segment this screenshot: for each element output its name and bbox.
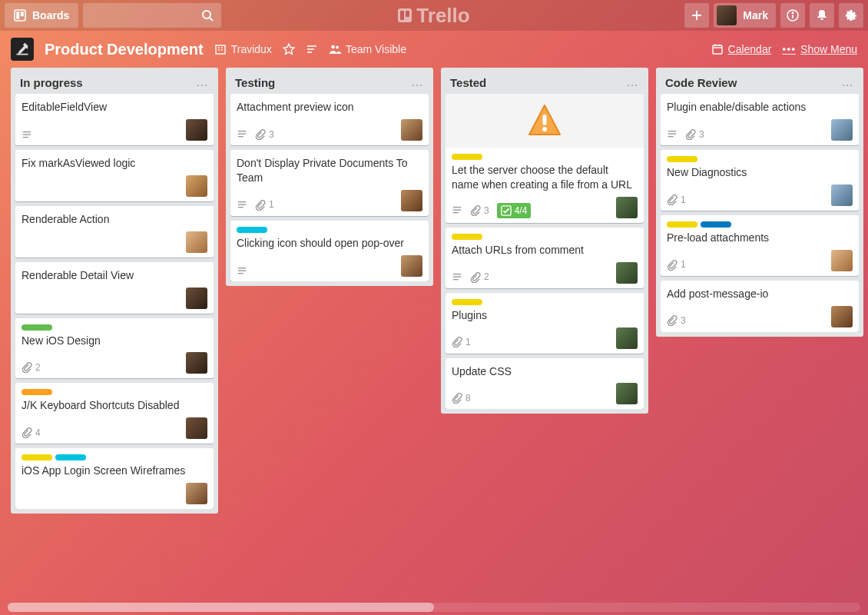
card[interactable]: Renderable Detail View xyxy=(15,262,214,314)
card[interactable]: Fix markAsViewed logic xyxy=(15,150,214,201)
attachment-icon xyxy=(22,427,32,438)
user-menu-button[interactable]: Mark xyxy=(714,3,776,28)
label[interactable] xyxy=(452,234,482,240)
svg-rect-10 xyxy=(216,45,225,54)
member-avatar[interactable] xyxy=(186,231,207,253)
svg-point-9 xyxy=(792,12,793,14)
list-title[interactable]: Tested xyxy=(450,76,626,89)
card[interactable]: Attachment preview icon3 xyxy=(230,94,429,145)
card[interactable]: Attach URLs from comment2 xyxy=(446,228,644,288)
settings-button[interactable] xyxy=(839,3,863,28)
attachment-badge: 1 xyxy=(255,198,274,211)
member-avatar[interactable] xyxy=(616,327,638,349)
warning-icon xyxy=(526,102,563,139)
label[interactable] xyxy=(22,454,52,460)
horizontal-scrollbar[interactable] xyxy=(8,603,860,612)
label[interactable] xyxy=(452,299,482,305)
member-avatar[interactable] xyxy=(186,483,207,504)
member-avatar[interactable] xyxy=(831,250,853,271)
list-menu-button[interactable]: … xyxy=(196,75,209,89)
description-badge xyxy=(237,129,247,140)
label[interactable] xyxy=(701,221,731,228)
attachment-badge: 1 xyxy=(667,258,686,271)
list-menu-button[interactable]: … xyxy=(841,75,854,89)
create-button[interactable] xyxy=(684,3,709,28)
card-badges: 2 xyxy=(22,361,41,374)
list[interactable]: Testing … Attachment preview icon3Don't … xyxy=(226,68,433,286)
top-bar: Boards Mark xyxy=(0,0,868,31)
list-title[interactable]: Code Review xyxy=(665,76,841,89)
card[interactable]: Pre-load attachments1 xyxy=(661,215,859,276)
info-button[interactable] xyxy=(780,3,805,28)
card[interactable]: Renderable Action xyxy=(15,206,214,258)
card[interactable]: J/K Keyboard Shortcuts Disabled4 xyxy=(15,383,214,444)
attachment-badge: 3 xyxy=(667,314,686,327)
notifications-button[interactable] xyxy=(810,3,834,28)
list[interactable]: Code Review … Plugin enable/disable acti… xyxy=(656,68,863,337)
member-avatar[interactable] xyxy=(401,119,422,141)
member-avatar[interactable] xyxy=(186,288,207,309)
svg-point-18 xyxy=(331,45,335,49)
card[interactable]: iOS App Login Screen Wireframes xyxy=(15,448,214,509)
list[interactable]: In progress … EditableFieldViewFix markA… xyxy=(11,68,218,514)
list-menu-button[interactable]: … xyxy=(626,75,639,89)
visibility-button[interactable]: Team Visible xyxy=(329,43,406,55)
member-avatar[interactable] xyxy=(401,190,422,211)
calendar-button[interactable]: Calendar xyxy=(711,43,772,55)
label[interactable] xyxy=(55,454,86,460)
card[interactable]: Let the server choose the default name w… xyxy=(446,94,644,223)
calendar-icon xyxy=(711,43,724,55)
board-canvas[interactable]: In progress … EditableFieldViewFix markA… xyxy=(0,68,868,604)
member-avatar[interactable] xyxy=(831,306,853,327)
card-labels xyxy=(667,156,853,162)
label[interactable] xyxy=(667,221,697,228)
member-avatar[interactable] xyxy=(616,262,638,284)
member-avatar[interactable] xyxy=(616,383,638,404)
label[interactable] xyxy=(667,156,697,162)
attachment-icon xyxy=(255,129,266,140)
card[interactable]: EditableFieldView xyxy=(15,94,214,145)
card[interactable]: Don't Display Private Documents To Team1 xyxy=(230,150,429,216)
card-labels xyxy=(22,324,207,331)
member-avatar[interactable] xyxy=(831,184,853,206)
bell-icon xyxy=(816,9,828,22)
list-title[interactable]: Testing xyxy=(235,76,411,89)
card-list: Attachment preview icon3Don't Display Pr… xyxy=(230,94,429,281)
team-button[interactable]: Travidux xyxy=(214,43,272,55)
label[interactable] xyxy=(22,324,52,331)
attachment-badge: 1 xyxy=(667,194,686,206)
board-icon xyxy=(14,9,26,22)
search-input[interactable] xyxy=(83,3,221,28)
scrollbar-thumb[interactable] xyxy=(8,603,434,612)
card[interactable]: Update CSS8 xyxy=(446,358,644,410)
card-labels xyxy=(237,227,422,233)
card[interactable]: New iOS Design2 xyxy=(15,318,214,379)
board-title[interactable]: Product Development xyxy=(45,41,204,58)
list-menu-button[interactable]: … xyxy=(411,75,424,89)
label[interactable] xyxy=(452,154,482,160)
card-title: Plugins xyxy=(452,308,638,323)
member-avatar[interactable] xyxy=(186,175,207,197)
member-avatar[interactable] xyxy=(401,255,422,277)
list[interactable]: Tested … Let the server choose the defau… xyxy=(441,68,648,414)
card[interactable]: New Diagnostics1 xyxy=(661,150,859,211)
member-avatar[interactable] xyxy=(616,197,638,218)
filter-button[interactable] xyxy=(306,43,318,55)
description-badge xyxy=(22,130,32,141)
card[interactable]: Plugin enable/disable actions3 xyxy=(661,94,859,145)
card[interactable]: Clicking icon should open pop-over xyxy=(230,221,429,281)
card-badges: 1 xyxy=(667,194,686,206)
member-avatar[interactable] xyxy=(186,352,207,374)
show-menu-button[interactable]: ••• Show Menu xyxy=(782,43,857,55)
card[interactable]: Plugins1 xyxy=(446,293,644,354)
boards-button[interactable]: Boards xyxy=(5,3,78,28)
star-button[interactable] xyxy=(283,43,295,55)
checklist-count: 4/4 xyxy=(515,204,528,217)
card[interactable]: Add post-message-io3 xyxy=(661,281,859,332)
member-avatar[interactable] xyxy=(186,417,207,439)
member-avatar[interactable] xyxy=(831,119,853,141)
list-title[interactable]: In progress xyxy=(20,76,196,89)
label[interactable] xyxy=(22,389,52,395)
label[interactable] xyxy=(237,227,267,233)
member-avatar[interactable] xyxy=(186,119,207,141)
